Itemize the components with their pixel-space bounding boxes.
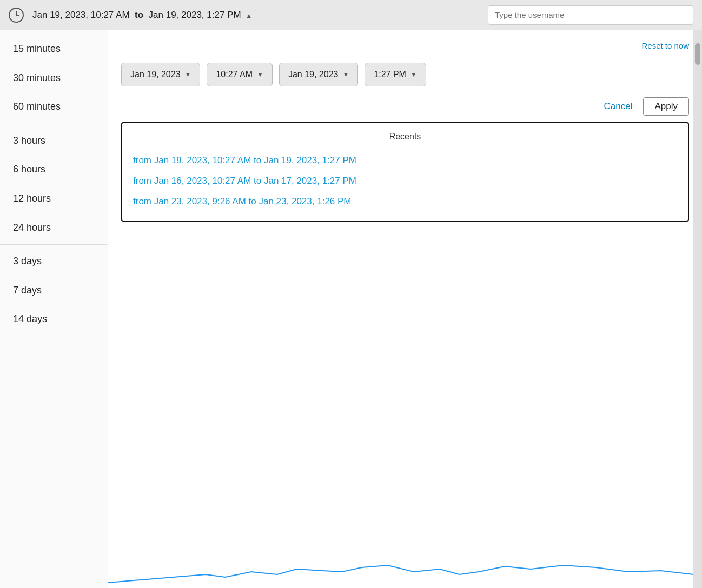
from-date-dropdown[interactable]: Jan 19, 2023 ▼: [121, 63, 200, 86]
to-time-caret-icon: ▼: [410, 71, 417, 78]
main-layout: 15 minutes 30 minutes 60 minutes 3 hours…: [0, 30, 702, 588]
datetime-row: Jan 19, 2023 ▼ 10:27 AM ▼ Jan 19, 2023 ▼…: [121, 63, 689, 86]
recents-title: Recents: [133, 132, 677, 142]
sidebar-item-30-minutes[interactable]: 30 minutes: [0, 64, 108, 93]
sidebar-item-15-minutes[interactable]: 15 minutes: [0, 35, 108, 64]
top-bar: Jan 19, 2023, 10:27 AM to Jan 19, 2023, …: [0, 0, 702, 30]
sidebar-item-60-minutes[interactable]: 60 minutes: [0, 92, 108, 122]
recents-panel: Recents from Jan 19, 2023, 10:27 AM to J…: [121, 122, 689, 222]
sidebar-item-14-days[interactable]: 14 days: [0, 305, 108, 334]
scroll-indicator: [693, 30, 702, 588]
sidebar-divider-2: [0, 244, 108, 245]
chart-area: [108, 545, 693, 588]
to-time-dropdown[interactable]: 1:27 PM ▼: [365, 63, 426, 86]
sidebar-item-7-days[interactable]: 7 days: [0, 276, 108, 305]
username-input[interactable]: [488, 5, 693, 25]
reset-to-now-button[interactable]: Reset to now: [641, 41, 689, 50]
from-time-caret-icon: ▼: [257, 71, 263, 78]
caret-up-icon: ▲: [246, 12, 252, 19]
recent-item-0[interactable]: from Jan 19, 2023, 10:27 AM to Jan 19, 2…: [133, 150, 677, 171]
time-range-label: Jan 19, 2023, 10:27 AM to Jan 19, 2023, …: [32, 10, 479, 21]
from-time-dropdown[interactable]: 10:27 AM ▼: [207, 63, 273, 86]
apply-button[interactable]: Apply: [643, 97, 689, 116]
to-date-caret-icon: ▼: [342, 71, 349, 78]
action-row: Cancel Apply: [121, 97, 689, 116]
sidebar-item-6-hours[interactable]: 6 hours: [0, 155, 108, 184]
recent-item-2[interactable]: from Jan 23, 2023, 9:26 AM to Jan 23, 20…: [133, 191, 677, 212]
sidebar-item-3-days[interactable]: 3 days: [0, 247, 108, 276]
from-date-caret-icon: ▼: [185, 71, 191, 78]
sidebar-item-24-hours[interactable]: 24 hours: [0, 213, 108, 243]
scroll-thumb[interactable]: [695, 43, 700, 65]
sidebar-item-12-hours[interactable]: 12 hours: [0, 184, 108, 213]
clock-icon: [9, 8, 24, 23]
cancel-button[interactable]: Cancel: [598, 98, 639, 115]
recent-item-1[interactable]: from Jan 16, 2023, 10:27 AM to Jan 17, 2…: [133, 171, 677, 191]
to-date-dropdown[interactable]: Jan 19, 2023 ▼: [279, 63, 358, 86]
sidebar-item-3-hours[interactable]: 3 hours: [0, 126, 108, 156]
sidebar: 15 minutes 30 minutes 60 minutes 3 hours…: [0, 30, 108, 588]
sidebar-divider-1: [0, 124, 108, 124]
content-panel: Reset to now Jan 19, 2023 ▼ 10:27 AM ▼ J…: [108, 30, 702, 588]
